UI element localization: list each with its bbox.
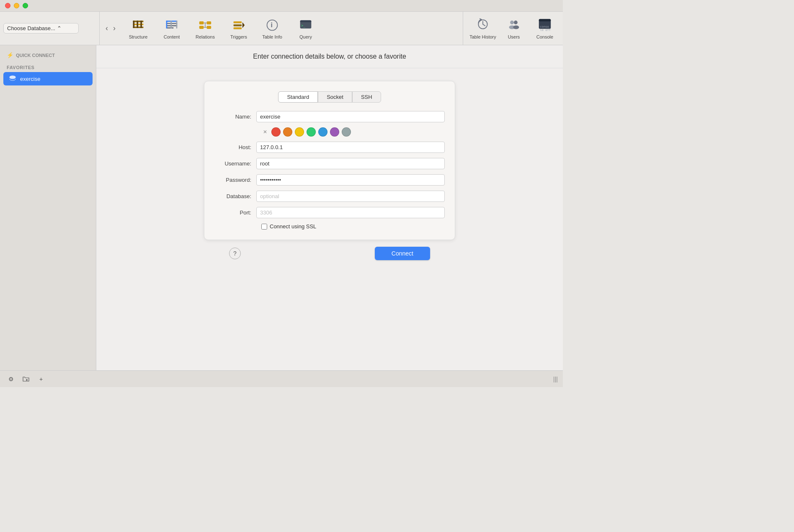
name-input[interactable] — [256, 111, 445, 122]
connection-panel: Standard Socket SSH Name: ✕ — [204, 81, 455, 240]
table-history-icon — [476, 18, 490, 33]
color-clear-button[interactable]: ✕ — [261, 128, 269, 136]
triggers-label: Triggers — [230, 34, 247, 39]
resize-handle: ||| — [553, 376, 558, 382]
host-input[interactable] — [256, 142, 445, 153]
form-row-username: Username: — [214, 158, 445, 169]
svg-rect-14 — [207, 21, 211, 24]
svg-rect-27 — [300, 20, 312, 22]
toolbar-right: Table History Users conso le o — [463, 12, 559, 45]
svg-text:>_: >_ — [301, 24, 305, 28]
svg-rect-35 — [539, 19, 551, 21]
svg-rect-13 — [199, 21, 204, 24]
db-chooser[interactable]: Choose Database... ⌃ — [3, 23, 79, 34]
close-button[interactable] — [5, 3, 10, 8]
lightning-icon: ⚡ — [7, 52, 13, 58]
color-purple[interactable] — [330, 127, 339, 137]
password-label: Password: — [214, 177, 256, 183]
svg-rect-20 — [234, 21, 242, 23]
connection-tab-bar: Standard Socket SSH — [214, 91, 445, 103]
toolbar-item-query[interactable]: >_ Query — [289, 14, 322, 43]
tab-standard[interactable]: Standard — [278, 91, 318, 103]
svg-rect-21 — [234, 24, 242, 26]
tab-socket[interactable]: Socket — [318, 91, 352, 103]
toolbar-items: Structure Content — [121, 14, 463, 43]
form-row-name: Name: — [214, 111, 445, 122]
username-input[interactable] — [256, 158, 445, 169]
table-info-label: Table Info — [262, 34, 282, 39]
form-row-password: Password: — [214, 174, 445, 186]
form-actions: ? Connect — [204, 240, 455, 260]
users-icon — [507, 18, 521, 33]
svg-point-30 — [510, 21, 514, 24]
nav-forward-button[interactable]: › — [111, 22, 118, 34]
toolbar-item-relations[interactable]: Relations — [188, 14, 222, 43]
color-blue[interactable] — [318, 127, 327, 137]
toolbar-item-content[interactable]: Content — [155, 14, 188, 43]
new-folder-button[interactable] — [20, 373, 32, 385]
console-icon: conso le off — [538, 18, 552, 33]
bottom-bar: ⚙ + ||| — [0, 370, 563, 387]
svg-rect-15 — [199, 26, 204, 28]
host-label: Host: — [214, 144, 256, 150]
form-row-port: Port: — [214, 207, 445, 218]
structure-icon — [131, 18, 146, 33]
help-button[interactable]: ? — [229, 248, 241, 259]
quick-connect-label: QUICK CONNECT — [16, 53, 55, 58]
toolbar-item-triggers[interactable]: Triggers — [222, 14, 255, 43]
maximize-button[interactable] — [23, 3, 28, 8]
structure-label: Structure — [129, 34, 148, 39]
favorites-title: FAVORITES — [0, 62, 96, 72]
svg-text:le off: le off — [540, 28, 551, 31]
form-row-database: Database: — [214, 191, 445, 202]
minimize-button[interactable] — [14, 3, 19, 8]
form-row-host: Host: — [214, 142, 445, 153]
sidebar-item-exercise[interactable]: exercise — [3, 72, 93, 85]
color-red[interactable] — [271, 127, 281, 137]
database-icon — [8, 75, 17, 83]
content-label: Content — [164, 34, 180, 39]
console-label: Console — [536, 34, 553, 39]
title-bar — [0, 0, 563, 12]
content-icon — [164, 18, 179, 33]
sidebar: ⚡ QUICK CONNECT FAVORITES exercise — [0, 45, 96, 370]
sidebar-item-label: exercise — [20, 76, 40, 82]
username-label: Username: — [214, 160, 256, 167]
toolbar-nav: ‹ › — [100, 22, 121, 34]
main-layout: ⚡ QUICK CONNECT FAVORITES exercise Enter… — [0, 45, 563, 370]
table-history-label: Table History — [469, 34, 496, 39]
ssl-checkbox[interactable] — [261, 224, 267, 230]
database-input[interactable] — [256, 191, 445, 202]
toolbar-item-users[interactable]: Users — [499, 14, 528, 43]
toolbar-item-structure[interactable]: Structure — [121, 14, 155, 43]
traffic-lights — [5, 3, 28, 8]
table-info-icon: i — [265, 18, 280, 33]
tab-ssh[interactable]: SSH — [352, 91, 381, 103]
toolbar: Choose Database... ⌃ ‹ › Structure — [0, 12, 563, 45]
database-label: Database: — [214, 193, 256, 199]
toolbar-item-console[interactable]: conso le off Console — [530, 14, 559, 43]
port-label: Port: — [214, 209, 256, 216]
color-yellow[interactable] — [295, 127, 304, 137]
ssl-label: Connect using SSL — [270, 223, 316, 230]
main-header-text: Enter connection details below, or choos… — [96, 45, 563, 68]
relations-label: Relations — [196, 34, 215, 39]
svg-marker-23 — [242, 22, 245, 28]
toolbar-item-table-history[interactable]: Table History — [468, 14, 498, 43]
svg-rect-22 — [234, 27, 242, 29]
svg-rect-3 — [133, 21, 135, 28]
connect-button[interactable]: Connect — [375, 247, 430, 260]
password-input[interactable] — [256, 174, 445, 186]
gear-button[interactable]: ⚙ — [5, 373, 17, 385]
color-gray[interactable] — [342, 127, 351, 137]
query-icon: >_ — [298, 18, 313, 33]
color-orange[interactable] — [283, 127, 292, 137]
color-green[interactable] — [307, 127, 316, 137]
chevron-icon: ⌃ — [57, 25, 62, 31]
nav-back-button[interactable]: ‹ — [103, 22, 111, 34]
toolbar-item-table-info[interactable]: i Table Info — [255, 14, 289, 43]
add-button[interactable]: + — [35, 373, 47, 385]
toolbar-left: Choose Database... ⌃ — [3, 12, 100, 45]
port-input[interactable] — [256, 207, 445, 218]
svg-rect-10 — [166, 21, 168, 28]
